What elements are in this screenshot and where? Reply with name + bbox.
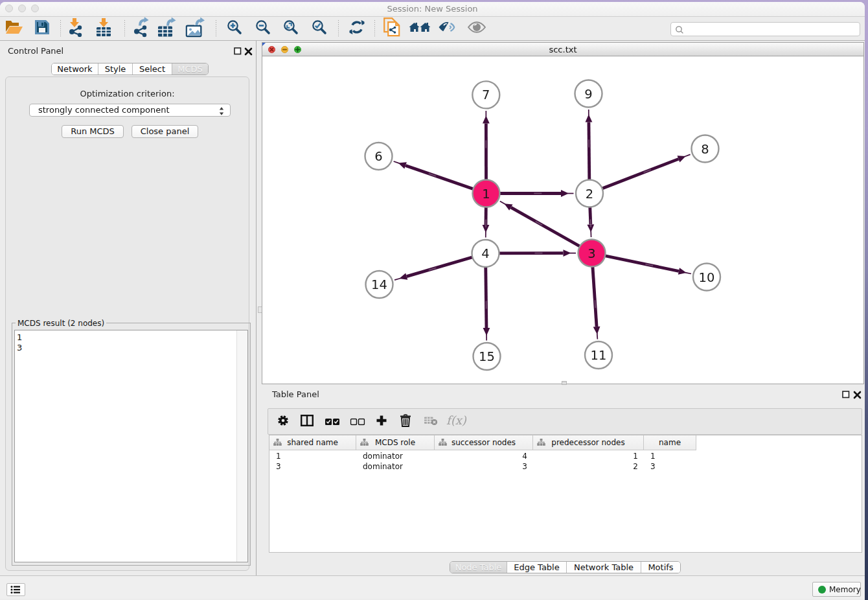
toolbar-separator bbox=[216, 20, 216, 38]
control-panel-tabs: NetworkStyleSelectMCDS bbox=[51, 63, 209, 75]
table-cell[interactable]: 3 bbox=[276, 461, 356, 472]
column-header-label: predecessor nodes bbox=[551, 438, 624, 447]
graph-node-7[interactable]: 7 bbox=[472, 81, 499, 108]
table-cell[interactable]: 1 bbox=[533, 451, 638, 461]
close-panel-icon[interactable] bbox=[244, 47, 253, 56]
optimization-criterion-label: Optimization criterion: bbox=[6, 89, 249, 98]
import-network-icon[interactable] bbox=[67, 17, 85, 40]
zoom-selected-icon[interactable] bbox=[312, 19, 327, 38]
graph-node-8[interactable]: 8 bbox=[692, 135, 719, 163]
node-label: 6 bbox=[374, 149, 382, 164]
memory-button[interactable]: Memory bbox=[812, 582, 861, 597]
memory-label: Memory bbox=[829, 585, 861, 594]
table-close-icon[interactable] bbox=[853, 391, 862, 399]
tab-node-table[interactable]: Node Table bbox=[450, 562, 507, 573]
graph-node-11[interactable]: 11 bbox=[585, 341, 612, 369]
table-panel-title: Table Panel bbox=[272, 389, 319, 399]
table-cell[interactable]: 1 bbox=[276, 451, 356, 461]
column-header-MCDS-role[interactable]: MCDS role bbox=[356, 435, 435, 450]
deselect-all-icon[interactable] bbox=[350, 415, 365, 428]
graph-node-15[interactable]: 15 bbox=[474, 343, 501, 370]
node-table[interactable]: shared name MCDS role successor nodes pr… bbox=[269, 435, 862, 553]
column-header-name[interactable]: name bbox=[644, 435, 696, 450]
home-icon[interactable] bbox=[409, 22, 431, 35]
export-image-icon[interactable] bbox=[186, 17, 207, 40]
table-cell[interactable]: dominator bbox=[363, 461, 435, 472]
graph-node-3[interactable]: 3 bbox=[578, 240, 606, 267]
node-label: 10 bbox=[699, 270, 715, 285]
table-cell[interactable]: 3 bbox=[435, 461, 527, 472]
graph-node-6[interactable]: 6 bbox=[365, 143, 393, 170]
table-settings-icon[interactable] bbox=[277, 415, 289, 429]
edge-2-8[interactable] bbox=[589, 154, 691, 193]
import-table-icon[interactable] bbox=[95, 17, 113, 40]
add-icon[interactable] bbox=[376, 415, 387, 429]
edge-label-mark bbox=[485, 220, 486, 227]
mcds-result-text[interactable]: 1 3 bbox=[14, 330, 248, 562]
export-table-icon[interactable] bbox=[157, 17, 178, 40]
column-header-predecessor-nodes[interactable]: predecessor nodes bbox=[533, 435, 644, 450]
column-header-successor-nodes[interactable]: successor nodes bbox=[435, 435, 533, 450]
edge-label-mark bbox=[534, 253, 542, 254]
show-eye-icon[interactable] bbox=[468, 21, 486, 36]
dropdown-arrows-icon bbox=[218, 106, 225, 116]
control-panel-title: Control Panel bbox=[8, 46, 63, 56]
refresh-icon[interactable] bbox=[350, 20, 365, 38]
zoom-out-icon[interactable] bbox=[255, 19, 271, 38]
mcds-scrollbar[interactable] bbox=[236, 330, 247, 562]
tab-network[interactable]: Network bbox=[52, 63, 98, 75]
select-all-icon[interactable] bbox=[325, 415, 340, 428]
edge-3-10[interactable] bbox=[592, 253, 692, 275]
close-panel-button[interactable]: Close panel bbox=[131, 125, 198, 138]
toolbar-separator bbox=[60, 20, 61, 38]
tab-style[interactable]: Style bbox=[98, 63, 133, 75]
edge-label-mark bbox=[534, 193, 542, 194]
table-float-icon[interactable] bbox=[842, 391, 850, 398]
save-session-icon[interactable] bbox=[34, 19, 50, 38]
hide-panel-icon[interactable] bbox=[439, 21, 456, 36]
graph-node-1[interactable]: 1 bbox=[473, 180, 500, 207]
criterion-dropdown[interactable]: strongly connected component bbox=[29, 104, 231, 117]
zoom-fit-icon[interactable] bbox=[283, 19, 299, 38]
zoom-in-icon[interactable] bbox=[227, 19, 242, 38]
attribute-type-icon bbox=[273, 439, 282, 448]
search-input[interactable] bbox=[687, 24, 855, 35]
tab-network-table[interactable]: Network Table bbox=[567, 562, 641, 573]
delete-icon[interactable] bbox=[400, 414, 411, 430]
tab-edge-table[interactable]: Edge Table bbox=[507, 562, 567, 573]
focus-corner-marker bbox=[262, 43, 266, 46]
column-header-label: shared name bbox=[287, 438, 338, 447]
search-box[interactable] bbox=[670, 22, 860, 36]
tab-mcds[interactable]: MCDS bbox=[172, 63, 208, 75]
tab-select[interactable]: Select bbox=[133, 63, 172, 75]
open-session-icon[interactable] bbox=[5, 19, 24, 38]
table-cell[interactable]: 4 bbox=[435, 451, 527, 461]
graph-node-10[interactable]: 10 bbox=[693, 264, 720, 291]
control-panel: Control Panel NetworkStyleSelectMCDS Opt… bbox=[0, 41, 257, 575]
edge-3-1[interactable] bbox=[500, 202, 592, 253]
column-header-shared-name[interactable]: shared name bbox=[269, 435, 356, 450]
graph-node-9[interactable]: 9 bbox=[575, 80, 602, 108]
edge-1-6[interactable] bbox=[394, 161, 486, 193]
graph-node-2[interactable]: 2 bbox=[576, 180, 603, 207]
table-columns-icon[interactable] bbox=[301, 415, 314, 429]
run-mcds-button[interactable]: Run MCDS bbox=[62, 125, 124, 138]
clone-network-icon[interactable] bbox=[383, 17, 400, 40]
float-panel-icon[interactable] bbox=[234, 47, 242, 55]
edge-label-mark bbox=[485, 140, 486, 148]
table-cell[interactable]: 2 bbox=[533, 461, 638, 472]
table-cell[interactable]: 3 bbox=[650, 461, 696, 472]
node-label: 9 bbox=[584, 87, 592, 102]
node-label: 4 bbox=[481, 246, 489, 261]
tab-motifs[interactable]: Motifs bbox=[641, 562, 680, 573]
table-cell[interactable]: 1 bbox=[650, 451, 696, 461]
attribute-type-icon bbox=[439, 439, 447, 448]
export-network-icon[interactable] bbox=[132, 17, 152, 40]
table-cell[interactable]: dominator bbox=[363, 451, 435, 461]
graph-node-4[interactable]: 4 bbox=[472, 240, 499, 267]
column-header-label: successor nodes bbox=[451, 438, 516, 447]
task-history-button[interactable] bbox=[6, 583, 25, 596]
splitter-handle-horizontal[interactable] bbox=[562, 381, 567, 385]
network-canvas[interactable]: 1234678910111415 bbox=[262, 56, 863, 384]
graph-node-14[interactable]: 14 bbox=[366, 271, 393, 298]
